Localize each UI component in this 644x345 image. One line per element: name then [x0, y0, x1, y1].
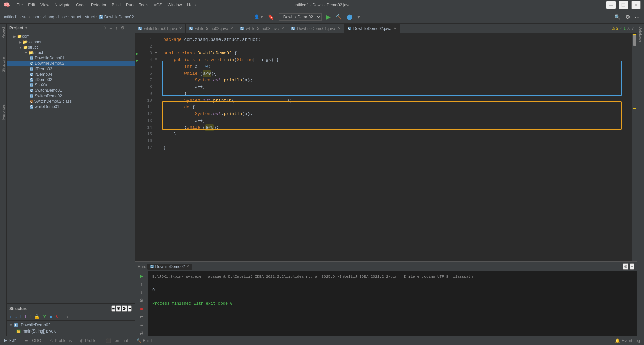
- struct-sort-btn[interactable]: ≡: [111, 305, 115, 312]
- struct-item-class[interactable]: ▼ C DowhileDemo02: [8, 322, 133, 328]
- menu-refactor[interactable]: Refactor: [89, 2, 108, 8]
- locate-button[interactable]: ⊕: [101, 25, 107, 31]
- tree-item-com[interactable]: ▶ 📁 com: [7, 34, 135, 39]
- tab-close-active-icon[interactable]: ✕: [393, 26, 397, 31]
- close-button[interactable]: ✕: [631, 1, 641, 9]
- struct-settings-btn[interactable]: ⚙: [122, 305, 127, 312]
- tab-whiledemo02[interactable]: C whileDemo02.java ✕: [186, 24, 237, 34]
- bottom-tab-problems[interactable]: ⚠ Problems: [45, 336, 76, 345]
- struct-close-btn[interactable]: −: [128, 305, 132, 312]
- run-scroll-down[interactable]: ↓: [140, 289, 143, 296]
- run-settings2[interactable]: ⚙: [139, 297, 144, 304]
- tab-whiledemo03[interactable]: C whileDemo03.java ✕: [237, 24, 288, 34]
- bottom-tab-run[interactable]: ▶ Run: [0, 336, 20, 345]
- tree-item-ifdome02[interactable]: C ifDome02: [7, 77, 135, 82]
- scrollbar-track[interactable]: [636, 34, 637, 261]
- menu-tools[interactable]: Tools: [137, 2, 150, 8]
- search-button[interactable]: 🔍: [613, 13, 622, 21]
- breadcrumb-src[interactable]: src: [22, 15, 27, 19]
- more-button[interactable]: ⋯: [633, 13, 641, 21]
- menu-code[interactable]: Code: [74, 2, 88, 8]
- run-stop-btn[interactable]: ■: [139, 305, 143, 312]
- tree-item-dowhile01[interactable]: C DowhileDemo01: [7, 55, 135, 61]
- breadcrumb-base[interactable]: base: [58, 15, 67, 19]
- menu-run[interactable]: Run: [124, 2, 136, 8]
- profile-button[interactable]: 👤 ▾: [252, 13, 265, 20]
- menu-vcs[interactable]: VCS: [152, 2, 164, 8]
- breadcrumb-com[interactable]: com: [31, 15, 39, 19]
- menu-view[interactable]: View: [38, 2, 51, 8]
- struct-btn-inherited[interactable]: I: [19, 314, 23, 319]
- struct-align-btn[interactable]: ⊞: [116, 305, 121, 312]
- run-minimize-btn[interactable]: −: [630, 263, 634, 270]
- tab-whiledemo01[interactable]: C whileDemo01.java ✕: [135, 24, 186, 34]
- menu-build[interactable]: Build: [110, 2, 123, 8]
- bottom-tab-terminal[interactable]: ⬛ Terminal: [102, 336, 132, 345]
- struct-btn-sort-type[interactable]: ↓: [13, 314, 18, 319]
- tab-close-icon[interactable]: ✕: [338, 26, 341, 31]
- bottom-tab-todo[interactable]: ☰ TODO: [20, 336, 45, 345]
- tree-item-shuxu[interactable]: C ShuXu: [7, 82, 135, 88]
- panel-settings-button[interactable]: ⚙: [120, 25, 126, 31]
- class-selector[interactable]: DowhileDemo02: [279, 13, 322, 21]
- settings-button[interactable]: ⚙: [624, 13, 632, 21]
- bottom-tab-event-log[interactable]: 🔔 Event Log: [611, 336, 644, 345]
- bookmark-button[interactable]: 🔖: [266, 12, 276, 21]
- tree-item-ifdemo03[interactable]: C ifDemo03: [7, 66, 135, 72]
- code-area[interactable]: package com.zhang.base.struct.struct; pu…: [159, 34, 632, 261]
- fold-icon-3[interactable]: ▼: [155, 51, 157, 55]
- struct-btn-up[interactable]: ↑: [60, 314, 65, 319]
- menu-edit[interactable]: Edit: [26, 2, 37, 8]
- tab-close-icon[interactable]: ✕: [230, 26, 233, 31]
- favorites-sidebar-icon[interactable]: Favorites: [1, 104, 5, 120]
- struct-btn-circle[interactable]: ●: [48, 314, 53, 320]
- tab-close-icon[interactable]: ✕: [179, 26, 182, 31]
- tree-item-switch01[interactable]: C SwitchDemo01: [7, 88, 135, 93]
- tree-item-switch02[interactable]: C SwitchDemo02: [7, 93, 135, 99]
- bottom-tab-build[interactable]: 🔨 Build: [132, 336, 156, 345]
- struct-btn-down[interactable]: ↓: [65, 314, 70, 319]
- menu-window[interactable]: Window: [166, 2, 184, 8]
- run-restart-btn[interactable]: ▶: [139, 273, 144, 280]
- maximize-button[interactable]: ❐: [619, 1, 628, 9]
- tree-item-switch02-class[interactable]: c SwitchDemo02.class: [7, 99, 135, 104]
- tree-item-dowhile02[interactable]: C DowhileDemo02: [7, 61, 135, 66]
- project-sidebar-icon[interactable]: Project: [1, 27, 5, 38]
- tab-close-icon[interactable]: ✕: [281, 26, 284, 31]
- tree-item-scanner[interactable]: ▶ 📁 scanner: [7, 39, 135, 45]
- run-scroll-up[interactable]: ↑: [140, 281, 143, 288]
- struct-btn-private[interactable]: 🔒: [33, 314, 41, 320]
- run-settings-btn[interactable]: ⚙: [623, 263, 628, 270]
- structure-sidebar-icon[interactable]: Structure: [1, 57, 5, 72]
- run-tab-close[interactable]: ✕: [186, 264, 189, 269]
- breadcrumb-class[interactable]: C DowhileDemo02: [99, 15, 134, 19]
- run-options[interactable]: ▾: [356, 12, 362, 21]
- breadcrumb-project[interactable]: untitled1: [3, 15, 18, 19]
- struct-item-main[interactable]: m main(String[]): void: [8, 328, 133, 334]
- tree-item-ifdemo04[interactable]: C ifDemo04: [7, 72, 135, 77]
- tree-item-while01[interactable]: C whileDemo01: [7, 104, 135, 109]
- tab-dowhiledemo01[interactable]: C DowhileDemo01.java ✕: [288, 24, 344, 34]
- menu-help[interactable]: Help: [185, 2, 198, 8]
- tab-dowhiledemo02-active[interactable]: C DowhileDemo02.java ✕: [344, 24, 401, 34]
- collapse-all-button[interactable]: ≡: [108, 25, 113, 31]
- struct-btn-fields[interactable]: f: [23, 314, 27, 319]
- menu-file[interactable]: File: [14, 2, 25, 8]
- menu-navigate[interactable]: Navigate: [53, 2, 72, 8]
- nav-next[interactable]: ∨: [631, 26, 634, 31]
- struct-btn-sort-alpha[interactable]: ↑: [8, 314, 13, 319]
- run-wrap-btn[interactable]: ⇌: [139, 313, 144, 320]
- run-print-btn[interactable]: 🖨: [139, 329, 145, 336]
- build-button[interactable]: 🔨: [334, 13, 344, 21]
- scrollbar-thumb[interactable]: [633, 35, 636, 46]
- breadcrumb-zhang[interactable]: zhang: [43, 15, 54, 19]
- sort-button[interactable]: ↕: [114, 25, 119, 31]
- struct-btn-lambda[interactable]: λ: [54, 314, 59, 319]
- minimize-button[interactable]: —: [606, 1, 616, 9]
- tree-item-struct-inner[interactable]: ▼ 📁 struct: [7, 50, 135, 55]
- struct-btn-filter[interactable]: Y: [42, 314, 47, 319]
- breadcrumb-struct2[interactable]: struct: [85, 15, 95, 19]
- debug-button[interactable]: ⬤: [345, 12, 354, 21]
- database-sidebar-label[interactable]: Database: [639, 25, 643, 44]
- breadcrumb-struct1[interactable]: struct: [71, 15, 81, 19]
